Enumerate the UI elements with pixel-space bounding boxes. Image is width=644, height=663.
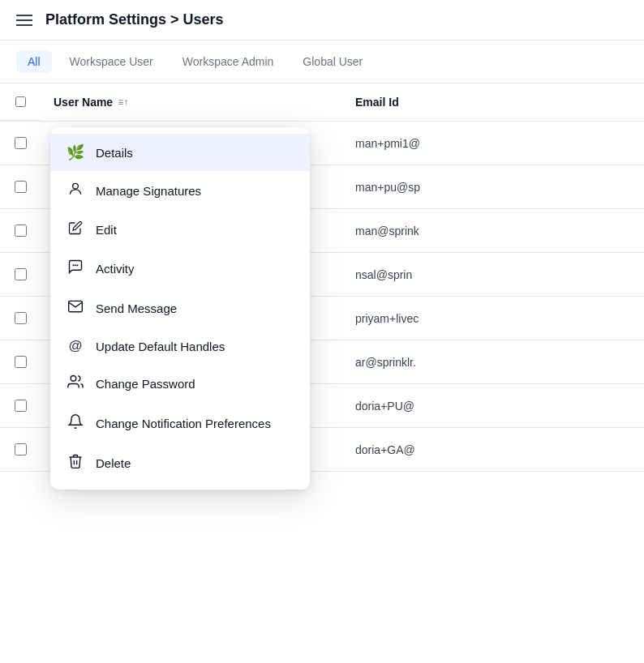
delete-icon <box>67 453 84 473</box>
change-password-icon <box>67 374 84 394</box>
edit-icon <box>67 220 84 239</box>
row-7-checkbox[interactable] <box>15 400 27 412</box>
menu-item-details-label: Details <box>96 146 133 160</box>
row-5-email: priyam+livec <box>342 302 644 335</box>
menu-item-activity-label: Activity <box>96 262 135 276</box>
row-3-checkbox[interactable] <box>15 225 27 237</box>
menu-item-update-handles[interactable]: @ Update Default Handles <box>50 328 310 364</box>
table-header-row: User Name ≡↑ Email Id <box>0 83 644 122</box>
activity-icon <box>67 259 84 279</box>
menu-item-change-password[interactable]: Change Password <box>50 364 310 404</box>
row-4-checkbox[interactable] <box>15 268 27 280</box>
menu-item-update-handles-label: Update Default Handles <box>96 340 225 353</box>
menu-item-send-message-label: Send Message <box>96 302 177 315</box>
sort-icon[interactable]: ≡↑ <box>118 96 128 108</box>
menu-item-edit[interactable]: Edit <box>50 211 310 249</box>
row-6-checkbox[interactable] <box>15 356 27 368</box>
details-icon: 🌿 <box>67 143 84 161</box>
username-header: User Name ≡↑ <box>41 83 342 121</box>
menu-item-activity[interactable]: Activity <box>50 249 310 289</box>
menu-item-edit-label: Edit <box>96 223 117 237</box>
hamburger-menu[interactable] <box>16 15 32 26</box>
row-8-checkbox-cell <box>0 443 41 456</box>
menu-item-change-notification-label: Change Notification Preferences <box>96 417 271 430</box>
row-4-email: nsal@sprin <box>342 259 644 291</box>
row-3-email: man@sprink <box>342 215 644 247</box>
page-title: Platform Settings > Users <box>45 11 224 28</box>
manage-signatures-icon <box>67 181 84 201</box>
row-1-email: man+pmi1@ <box>342 127 644 160</box>
select-all-checkbox[interactable] <box>15 96 26 107</box>
users-table: User Name ≡↑ Email Id ⋮ man+pmi1@ 🌿 Deta… <box>0 83 644 472</box>
menu-item-details[interactable]: 🌿 Details <box>50 134 310 171</box>
menu-item-manage-signatures-label: Manage Signatures <box>96 184 201 198</box>
row-1-checkbox[interactable] <box>15 137 27 149</box>
row-5-checkbox[interactable] <box>15 312 27 324</box>
row-2-checkbox[interactable] <box>15 181 27 193</box>
row-3-checkbox-cell <box>0 225 41 237</box>
row-5-checkbox-cell <box>0 312 41 324</box>
menu-item-send-message[interactable]: Send Message <box>50 289 310 328</box>
row-6-checkbox-cell <box>0 356 41 368</box>
svg-point-0 <box>73 183 79 189</box>
menu-item-change-notification[interactable]: Change Notification Preferences <box>50 404 310 443</box>
tab-all[interactable]: All <box>16 50 52 73</box>
menu-item-delete[interactable]: Delete <box>50 443 310 483</box>
tab-workspace-user[interactable]: Workspace User <box>58 50 165 73</box>
row-2-checkbox-cell <box>0 181 41 193</box>
row-4-checkbox-cell <box>0 268 41 280</box>
menu-item-manage-signatures[interactable]: Manage Signatures <box>50 171 310 211</box>
row-7-email: doria+PU@ <box>342 390 644 422</box>
page-header: Platform Settings > Users <box>0 0 644 41</box>
row-8-checkbox[interactable] <box>15 443 27 456</box>
header-checkbox-cell <box>0 83 41 121</box>
row-7-checkbox-cell <box>0 400 41 412</box>
email-header: Email Id <box>342 83 644 121</box>
menu-item-change-password-label: Change Password <box>96 377 195 391</box>
update-handles-icon: @ <box>67 338 84 354</box>
menu-item-delete-label: Delete <box>96 456 131 470</box>
context-menu: 🌿 Details Manage Signatures Edit <box>50 127 310 490</box>
change-notification-icon <box>67 413 84 434</box>
row-8-email: doria+GA@ <box>342 434 644 466</box>
svg-point-4 <box>71 376 76 382</box>
tab-workspace-admin[interactable]: Workspace Admin <box>171 50 286 73</box>
row-6-email: ar@sprinklr. <box>342 346 644 379</box>
row-2-email: man+pu@sp <box>342 171 644 203</box>
send-message-icon <box>67 298 84 319</box>
row-1-checkbox-cell <box>0 137 41 149</box>
tab-bar: All Workspace User Workspace Admin Globa… <box>0 41 644 83</box>
tab-global-user[interactable]: Global User <box>291 50 374 73</box>
